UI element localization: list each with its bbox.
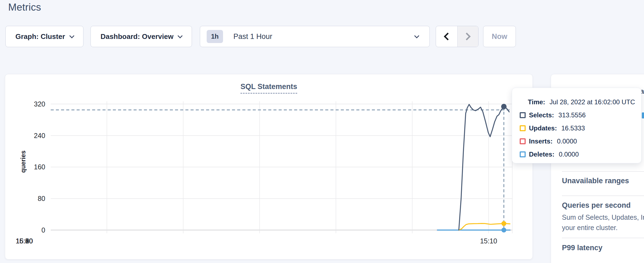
chevron-down-icon [177, 33, 182, 38]
chevron-down-icon [414, 33, 419, 38]
divider [562, 171, 644, 172]
tooltip-series-label: Inserts: [529, 137, 553, 145]
tooltip-series-label: Deletes: [529, 151, 554, 158]
now-button[interactable]: Now [483, 26, 516, 47]
tooltip-series-value: 0.0000 [557, 137, 577, 145]
chart-hover-tooltip: Time: Jul 28, 2022 at 16:02:00 UTC Selec… [512, 88, 642, 163]
sql-statements-card: SQL Statements queries 320 240 160 80 0 … [5, 74, 533, 259]
tooltip-series-value: 0.0000 [559, 151, 579, 158]
tooltip-series-row: Deletes: 0.0000 [520, 148, 641, 161]
tooltip-series-row: Selects: 313.5556 [520, 109, 641, 122]
sidebar-section-description: your entire cluster. [562, 222, 618, 233]
selects-series-swatch [520, 112, 526, 118]
deletes-series-swatch [520, 151, 526, 157]
divider [562, 238, 644, 238]
graph-dropdown[interactable]: Graph: Cluster [5, 26, 83, 47]
tooltip-series-value: 313.5556 [558, 111, 586, 119]
tooltip-series-row: Updates: 16.5333 [520, 122, 641, 135]
time-nav-group [436, 26, 479, 47]
updates-series-swatch [520, 125, 526, 131]
tooltip-series-value: 16.5333 [561, 124, 585, 132]
tooltip-series-label: Selects: [529, 111, 554, 119]
chevron-right-icon [463, 33, 471, 40]
divider [562, 195, 644, 196]
dashboard-dropdown[interactable]: Dashboard: Overview [91, 26, 192, 47]
tooltip-time-value: Jul 28, 2022 at 16:02:00 UTC [550, 98, 635, 106]
chevron-left-icon [444, 33, 452, 40]
time-range-badge: 1h [207, 30, 223, 43]
tooltip-time-label: Time: [528, 98, 545, 106]
inserts-series-swatch [520, 138, 526, 144]
time-range-label: Past 1 Hour [233, 32, 410, 41]
tooltip-time-row: Time: Jul 28, 2022 at 16:02:00 UTC [520, 96, 641, 109]
chevron-down-icon [69, 33, 74, 38]
clipped-blue-text-fragment [642, 112, 644, 118]
sidebar-section-title: Queries per second [562, 201, 631, 210]
page-title: Metrics [8, 2, 41, 13]
sidebar-section-title: P99 latency [562, 244, 603, 252]
time-range-selector[interactable]: 1h Past 1 Hour [200, 26, 430, 47]
dashboard-dropdown-label: Dashboard: Overview [101, 32, 173, 41]
next-time-button[interactable] [457, 26, 479, 47]
sidebar-section-title: Unavailable ranges [562, 177, 629, 185]
tooltip-series-label: Updates: [529, 124, 557, 132]
sidebar-section-description: Sum of Selects, Updates, Inser [562, 212, 644, 222]
sql-statements-chart[interactable] [5, 74, 533, 260]
tooltip-series-row: Inserts: 0.0000 [520, 135, 641, 148]
prev-time-button[interactable] [436, 26, 457, 47]
graph-dropdown-label: Graph: Cluster [15, 32, 65, 41]
